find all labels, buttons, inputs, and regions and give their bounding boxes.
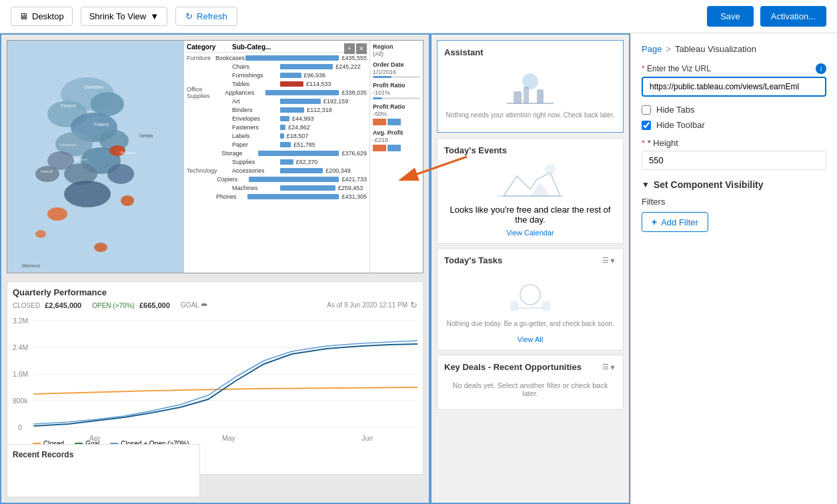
view-all-tasks-link[interactable]: View All: [444, 335, 616, 343]
desktop-label: Desktop: [32, 11, 64, 21]
row-value: £62,370: [296, 159, 318, 165]
row-value: £376,629: [341, 150, 367, 157]
row-subcategory: Tables: [232, 81, 280, 87]
viz-url-label-row: * Enter the Viz URL i: [642, 63, 826, 74]
tasks-list-button[interactable]: ☰: [602, 256, 609, 265]
embed-close-button[interactable]: ✕: [356, 43, 367, 54]
hide-toolbar-row: Hide Toolbar: [642, 120, 826, 130]
hide-toolbar-checkbox[interactable]: [642, 121, 651, 130]
svg-text:May: May: [222, 435, 236, 442]
desktop-button[interactable]: 🖥 Desktop: [11, 7, 73, 26]
table-row: Labels £18,507: [187, 132, 367, 140]
assistant-section: Assistant Nothing needs your attention r…: [437, 40, 624, 133]
row-bar: [245, 55, 339, 61]
row-category: Office Supplies: [187, 86, 225, 99]
assistant-svg: [504, 68, 557, 108]
row-bar-cell: £96,936: [280, 72, 367, 79]
refresh-label: Refresh: [197, 11, 227, 21]
view-calendar-link[interactable]: View Calendar: [444, 229, 616, 237]
row-bar-cell: £114,533: [280, 81, 367, 87]
row-subcategory: Binders: [232, 107, 280, 113]
viz-url-input[interactable]: [642, 77, 826, 97]
region-value: (All): [373, 51, 420, 57]
data-table-panel: Category Sub-Categ... Furniture Bookcase…: [184, 41, 369, 273]
col-category: Category: [187, 43, 232, 51]
row-bar: [280, 107, 304, 113]
add-filter-button[interactable]: + Add Filter: [642, 212, 708, 232]
viz-url-label: * Enter the Viz URL: [642, 64, 711, 73]
row-subcategory: Furnishings: [232, 72, 280, 79]
svg-text:Poland: Poland: [94, 122, 109, 127]
deals-list-button[interactable]: ☰: [602, 363, 609, 371]
svg-text:Belarus: Belarus: [74, 157, 87, 161]
table-row: Chairs £245,222: [187, 63, 367, 71]
row-value: £338,035: [341, 89, 367, 96]
row-bar-cell: £421,733: [249, 176, 367, 183]
height-input[interactable]: [642, 151, 826, 170]
viz-url-info-icon[interactable]: i: [816, 63, 826, 74]
data-table-body: Furniture Bookcases £435,555 Chairs £245…: [187, 54, 367, 201]
set-component-header[interactable]: ▼ Set Component Visibility: [642, 179, 826, 190]
svg-text:800k: 800k: [13, 397, 29, 405]
refresh-chart-button[interactable]: ↻: [410, 300, 417, 310]
row-subcategory: Copiers: [217, 176, 249, 183]
row-subcategory: Labels: [232, 133, 280, 139]
as-of-text: As of 9 Jun 2020 12:11 PM: [327, 301, 407, 309]
row-bar: [280, 125, 285, 130]
svg-text:3.2M: 3.2M: [13, 317, 28, 325]
topbar-left: 🖥 Desktop Shrink To View ▼ ↻ Refresh: [11, 7, 699, 26]
tableau-embed: Sweden Finland Poland Ireland Lithuania …: [7, 40, 424, 273]
set-component-title: Set Component Visibility: [654, 179, 764, 190]
row-value: £259,453: [338, 185, 363, 191]
goal-edit-button[interactable]: ✏: [201, 301, 207, 309]
row-bar: [280, 142, 291, 147]
deals-filter-button[interactable]: ▼: [609, 363, 616, 371]
row-subcategory: Paper: [232, 141, 280, 148]
table-row: Technology Accessories £200,349: [187, 167, 367, 175]
shrink-label: Shrink To View: [89, 11, 147, 21]
hide-tabs-checkbox[interactable]: [642, 105, 651, 115]
row-subcategory: Chairs: [232, 63, 280, 70]
svg-rect-51: [510, 301, 518, 311]
table-row: Binders £112,318: [187, 106, 367, 114]
row-subcategory: Fasteners: [232, 124, 280, 131]
hide-tabs-row: Hide Tabs: [642, 105, 826, 115]
activation-button[interactable]: Activation...: [760, 6, 826, 27]
table-row: Furniture Bookcases £435,555: [187, 54, 367, 62]
row-bar-cell: £62,370: [280, 159, 367, 165]
row-bar: [280, 81, 303, 87]
row-bar: [280, 73, 301, 78]
profit-ratio2-label: Profit Ratio: [373, 103, 420, 110]
svg-text:Jun: Jun: [361, 435, 373, 442]
save-button[interactable]: Save: [707, 6, 754, 27]
shrink-to-view-button[interactable]: Shrink To View ▼: [81, 7, 167, 26]
row-subcategory: Envelopes: [232, 115, 280, 122]
goal-label: GOAL: [181, 301, 199, 309]
table-row: Supplies £62,370: [187, 158, 367, 166]
row-bar-cell: £44,993: [280, 115, 367, 122]
table-row: Fasteners £24,862: [187, 123, 367, 131]
embed-add-button[interactable]: +: [344, 43, 355, 54]
row-value: £114,533: [306, 81, 331, 87]
dashboard-panel: Assistant Nothing needs your attention r…: [430, 33, 630, 504]
viz-url-field-group: * Enter the Viz URL i: [642, 63, 826, 97]
row-bar: [280, 116, 289, 121]
svg-point-47: [545, 164, 556, 175]
row-value: £96,936: [304, 72, 326, 79]
svg-text:1.6M: 1.6M: [13, 371, 28, 378]
profit-ratio2-value: -50%: [373, 111, 420, 117]
row-value: £18,507: [287, 133, 309, 139]
row-bar-cell: £376,629: [258, 150, 367, 157]
breadcrumb-page[interactable]: Page: [642, 44, 662, 54]
tasks-filter-button[interactable]: ▼: [609, 257, 616, 265]
svg-text:Morocco: Morocco: [22, 263, 40, 268]
table-row: Phones £431,305: [187, 193, 367, 201]
open-value: £665,000: [139, 301, 170, 309]
svg-text:Ireland: Ireland: [41, 169, 53, 173]
key-deals-header: Key Deals - Recent Opportunities ☰ ▼: [444, 362, 616, 372]
add-filter-label: Add Filter: [661, 217, 698, 227]
svg-text:Lithuania: Lithuania: [59, 143, 76, 147]
svg-point-10: [64, 181, 111, 207]
open-stat: OPEN (>70%) £665,000: [92, 301, 170, 309]
refresh-button[interactable]: ↻ Refresh: [175, 7, 237, 26]
